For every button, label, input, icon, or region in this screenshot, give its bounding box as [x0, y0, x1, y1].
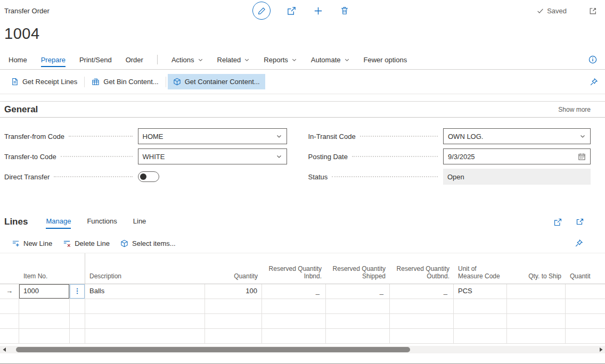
header-description[interactable]: Description — [85, 272, 205, 284]
cell-quantity-2[interactable] — [566, 284, 605, 299]
cell-quantity[interactable]: 100 — [205, 284, 262, 299]
dotted-leader — [61, 156, 133, 157]
delete-record-button[interactable] — [339, 5, 350, 16]
menu-actions[interactable]: Actions — [171, 50, 203, 69]
pencil-icon — [257, 6, 266, 15]
tab-print-send[interactable]: Print/Send — [79, 50, 112, 69]
pin-lines-button[interactable] — [573, 237, 585, 249]
direct-transfer-toggle[interactable] — [138, 171, 159, 182]
transfer-from-code-dropdown[interactable]: HOME — [138, 128, 287, 144]
tab-home[interactable]: Home — [9, 50, 27, 69]
cell-reserved-shipped[interactable]: _ — [326, 284, 390, 299]
pin-actionbar-button[interactable] — [588, 76, 600, 88]
new-record-button[interactable] — [312, 5, 324, 16]
scroll-left-arrow[interactable] — [0, 346, 9, 353]
lines-tab-line[interactable]: Line — [133, 217, 146, 227]
select-items-icon — [120, 239, 128, 247]
chevron-down-icon[interactable] — [276, 133, 282, 139]
dotted-leader — [360, 136, 438, 137]
get-bin-content-button[interactable]: Get Bin Content... — [86, 74, 163, 89]
chevron-down-icon[interactable] — [579, 133, 586, 139]
dotted-leader — [69, 136, 133, 137]
show-more-link[interactable]: Show more — [558, 106, 591, 113]
grid-header-row: Item No. Description Quantity Reserved Q… — [0, 253, 605, 284]
header-item-no[interactable]: Item No. — [19, 272, 52, 284]
cell-quantity[interactable] — [205, 299, 262, 313]
menu-reports[interactable]: Reports — [264, 50, 297, 69]
new-line-icon — [12, 239, 20, 247]
transfer-order-page: { "topbar": { "caption": "Transfer Order… — [0, 0, 605, 364]
get-receipt-lines-button[interactable]: Get Receipt Lines — [5, 74, 83, 89]
scroll-right-arrow[interactable] — [596, 346, 605, 353]
cell-description[interactable]: Balls — [85, 284, 205, 299]
tab-order[interactable]: Order — [126, 50, 143, 69]
cell-quantity[interactable] — [205, 314, 262, 328]
status-field: Open — [443, 169, 591, 185]
header-qty-to-ship[interactable]: Qty. to Ship — [507, 272, 566, 284]
cell-item-no[interactable] — [19, 329, 70, 343]
get-container-content-button[interactable]: Get Container Content... — [168, 74, 265, 89]
menu-automate[interactable]: Automate — [311, 50, 350, 69]
header-reserved-outbnd[interactable]: Reserved Quantity Outbnd. — [390, 265, 454, 284]
expand-window-icon — [576, 218, 584, 226]
fewer-options-button[interactable]: Fewer options — [364, 50, 407, 69]
record-actions — [252, 2, 350, 20]
tab-prepare[interactable]: Prepare — [41, 50, 66, 69]
toggle-knob — [140, 173, 146, 180]
scrollbar-thumb[interactable] — [16, 347, 410, 352]
lines-share-button[interactable] — [552, 216, 563, 228]
dotted-leader — [332, 176, 438, 177]
save-status: Saved — [537, 7, 567, 15]
pin-icon — [590, 78, 598, 86]
general-heading: General — [4, 104, 38, 115]
help-info-button[interactable] — [587, 54, 599, 65]
general-right-column: In-Transit Code OWN LOG. Posting Date 9/… — [308, 126, 591, 187]
header-row-indicator — [0, 280, 19, 284]
cell-unit-of-measure[interactable]: PCS — [454, 284, 507, 299]
field-posting-date: Posting Date 9/3/2025 — [308, 146, 591, 167]
transfer-to-code-dropdown[interactable]: WHITE — [138, 148, 287, 164]
cell-item-no[interactable] — [19, 299, 70, 313]
edit-button[interactable] — [252, 2, 271, 20]
share-button[interactable] — [285, 5, 297, 16]
cell-qty-to-ship[interactable] — [507, 284, 566, 299]
field-label: Direct Transfer — [4, 173, 50, 181]
delete-line-button[interactable]: Delete Line — [58, 236, 115, 251]
field-direct-transfer: Direct Transfer — [4, 167, 287, 187]
trash-icon — [340, 6, 349, 15]
horizontal-scrollbar[interactable] — [0, 346, 605, 353]
lines-tab-manage[interactable]: Manage — [46, 217, 71, 227]
cell-description[interactable] — [85, 299, 205, 313]
page-caption: Transfer Order — [4, 7, 50, 15]
field-label: Status — [308, 173, 328, 181]
menu-related[interactable]: Related — [217, 50, 250, 69]
cell-item-no[interactable]: 1000 — [19, 284, 70, 299]
table-row-empty — [0, 314, 605, 329]
select-items-button[interactable]: Select items... — [115, 236, 181, 251]
cell-reserved-inbnd[interactable]: _ — [262, 284, 326, 299]
header-unit-of-measure[interactable]: Unit of Measure Code — [454, 265, 507, 284]
cell-description[interactable] — [85, 314, 205, 328]
table-row-empty — [0, 299, 605, 314]
cell-quantity[interactable] — [205, 329, 262, 343]
table-row: → 1000 ⋮ Balls 100 _ _ _ PCS — [0, 284, 605, 299]
chevron-down-icon[interactable] — [276, 153, 282, 160]
field-label: Transfer-from Code — [4, 133, 64, 140]
header-quantity-truncated[interactable]: Quantit — [566, 272, 605, 284]
lines-tab-functions[interactable]: Functions — [87, 217, 117, 227]
new-line-button[interactable]: New Line — [6, 236, 58, 251]
action-bar: Get Receipt Lines Get Bin Content... Get… — [0, 70, 605, 94]
calendar-icon[interactable] — [578, 153, 586, 161]
posting-date-field[interactable]: 9/3/2025 — [443, 148, 591, 164]
menu-separator — [157, 55, 158, 64]
cell-description[interactable] — [85, 329, 205, 343]
lines-expand-button[interactable] — [574, 216, 586, 228]
row-context-menu-icon[interactable]: ⋮ — [70, 284, 85, 299]
open-in-new-window-button[interactable] — [587, 5, 599, 16]
header-reserved-shipped[interactable]: Reserved Quantity Shipped — [326, 265, 390, 284]
cell-item-no[interactable] — [19, 314, 70, 328]
header-quantity[interactable]: Quantity — [205, 272, 262, 284]
in-transit-code-dropdown[interactable]: OWN LOG. — [443, 128, 591, 144]
header-reserved-inbnd[interactable]: Reserved Quantity Inbnd. — [262, 265, 326, 284]
cell-reserved-outbnd[interactable]: _ — [390, 284, 454, 299]
